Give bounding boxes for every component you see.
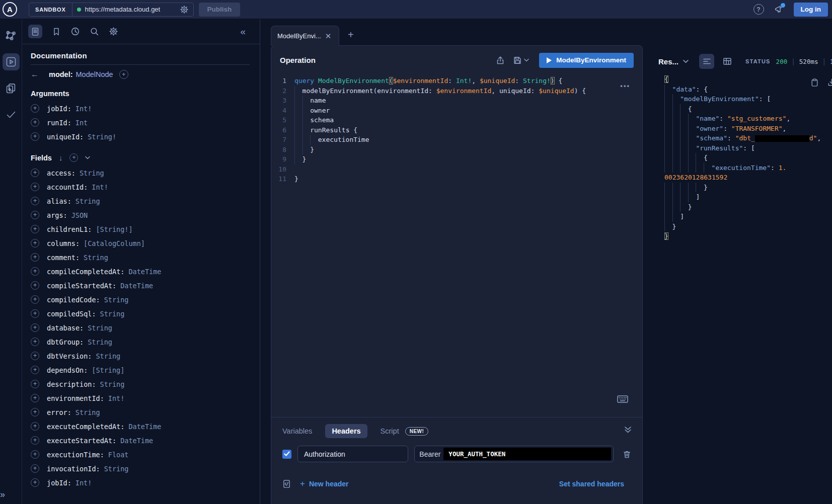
code-line[interactable]: 4owner [271,106,642,116]
schema-field-row[interactable]: +jobId:Int! [31,103,250,114]
schema-field-row[interactable]: +columns:[CatalogColumn] [31,238,250,248]
schema-field-row[interactable]: +executionTime:Float [31,449,250,460]
environment-variables-button[interactable] [282,479,291,488]
add-field-icon[interactable]: + [31,309,39,318]
add-field-icon[interactable]: + [31,352,39,360]
download-response-button[interactable] [827,78,832,87]
chevron-down-icon[interactable] [85,156,90,159]
sidebar-item-checks[interactable] [3,106,20,123]
collapse-panel-button[interactable]: « [240,26,246,37]
field-type[interactable]: String [104,465,129,473]
add-all-fields-icon[interactable]: + [119,70,128,79]
field-type[interactable]: String [100,310,125,318]
endpoint-settings-icon[interactable] [180,5,189,14]
field-type[interactable]: [CatalogColumn] [84,239,145,247]
add-field-icon[interactable]: + [31,323,39,332]
field-type[interactable]: String! [88,133,116,141]
new-tab-button[interactable]: + [348,29,354,41]
add-field-icon[interactable]: + [31,225,39,233]
login-button[interactable]: Log in [794,3,828,17]
field-type[interactable]: DateTime [128,423,161,431]
field-type[interactable]: String [80,169,104,177]
expand-rail-button[interactable]: » [0,489,22,500]
schema-field-row[interactable]: +compileCompletedAt:DateTime [31,266,250,277]
schema-field-row[interactable]: +executeStartedAt:DateTime [31,435,250,446]
add-field-icon[interactable]: + [31,366,39,374]
tab-variables[interactable]: Variables [282,427,312,435]
schema-field-row[interactable]: +executeCompletedAt:DateTime [31,421,250,432]
code-line[interactable]: 10 [271,164,642,175]
response-dropdown[interactable]: Res... [658,57,689,66]
field-type[interactable]: String [75,197,100,205]
new-header-button[interactable]: + New header [300,479,349,489]
field-type[interactable]: DateTime [128,268,161,276]
code-line[interactable]: 9} [271,154,642,164]
add-field-icon[interactable]: + [31,436,39,445]
field-type[interactable]: String [96,352,120,360]
field-type[interactable]: String [75,408,100,416]
endpoint-url[interactable]: https://metadata.cloud.get [85,6,176,13]
tab-script[interactable]: Script [381,427,399,435]
schema-field-row[interactable]: +runId:Int [31,117,250,128]
operation-tab[interactable]: ModelByEnvi... ✕ [271,26,339,46]
sidebar-item-schema[interactable] [3,27,20,44]
add-field-icon[interactable]: + [31,478,39,487]
add-field-icon[interactable]: + [31,408,39,416]
endpoint-url-input[interactable]: https://metadata.cloud.get [72,5,193,14]
schema-field-row[interactable]: +alias:String [31,196,250,206]
field-type[interactable]: Int! [108,394,125,402]
delete-header-button[interactable] [623,450,631,459]
add-field-icon[interactable]: + [31,169,39,177]
schema-field-row[interactable]: +compileStartedAt:DateTime [31,280,250,291]
sidebar-item-explorer[interactable] [3,53,20,70]
field-type[interactable]: DateTime [120,437,153,445]
field-type[interactable]: DateTime [120,282,153,290]
sidebar-item-collections[interactable] [3,79,20,97]
field-type[interactable]: String [104,296,129,304]
schema-field-row[interactable]: +childrenL1:[String!] [31,224,250,234]
breadcrumb-type-link[interactable]: ModelNode [76,70,113,78]
table-view-toggle[interactable] [720,54,735,69]
schema-field-row[interactable]: +jobId:Int! [31,477,250,488]
editor-options-button[interactable]: ••• [620,82,630,90]
code-line[interactable]: 3name [271,96,642,106]
header-value-field[interactable]: Bearer YOUR_AUTH_TOKEN [414,446,614,462]
add-field-icon[interactable]: + [31,104,39,113]
field-type[interactable]: [String!] [96,225,132,233]
code-line[interactable]: 8} [271,145,642,155]
add-field-icon[interactable]: + [31,380,39,388]
formatted-view-toggle[interactable] [699,54,714,69]
schema-field-row[interactable]: +accountId:Int! [31,182,250,192]
schema-field-row[interactable]: +description:String [31,379,250,389]
set-shared-headers-button[interactable]: Set shared headers [559,480,624,488]
add-field-icon[interactable]: + [31,450,39,459]
code-line[interactable]: 7executionTime [271,135,642,145]
tab-documentation[interactable] [28,25,42,38]
field-type[interactable]: String [84,254,108,262]
add-field-icon[interactable]: + [31,239,39,247]
field-type[interactable]: JSON [71,211,88,219]
code-line[interactable]: 2modelByEnvironment(environmentId: $envi… [271,86,642,96]
tab-saved-operations[interactable] [52,27,61,36]
collapse-bottom-panel-button[interactable] [625,427,631,433]
keyboard-shortcuts-button[interactable] [617,395,628,403]
schema-field-row[interactable]: +compiledCode:String [31,294,250,305]
field-type[interactable]: Int! [75,105,92,113]
add-field-icon[interactable]: + [31,118,39,127]
add-field-icon[interactable]: + [31,183,39,191]
add-field-icon[interactable]: + [31,132,39,141]
header-key-input[interactable] [297,446,408,462]
field-type[interactable]: String [88,324,112,332]
schema-field-row[interactable]: +comment:String [31,252,250,263]
run-operation-button[interactable]: ModelByEnvironment [539,53,634,68]
schema-field-row[interactable]: +dbtGroup:String [31,337,250,347]
field-type[interactable]: Float [108,451,129,459]
code-line[interactable]: 6runResults { [271,125,642,135]
tab-history[interactable] [70,27,80,36]
add-field-icon[interactable]: + [31,464,39,473]
field-type[interactable]: Int! [75,479,92,487]
publish-button[interactable]: Publish [199,3,241,17]
help-button[interactable]: ? [753,4,764,15]
field-type[interactable]: Int! [92,183,108,191]
add-field-icon[interactable]: + [31,422,39,431]
